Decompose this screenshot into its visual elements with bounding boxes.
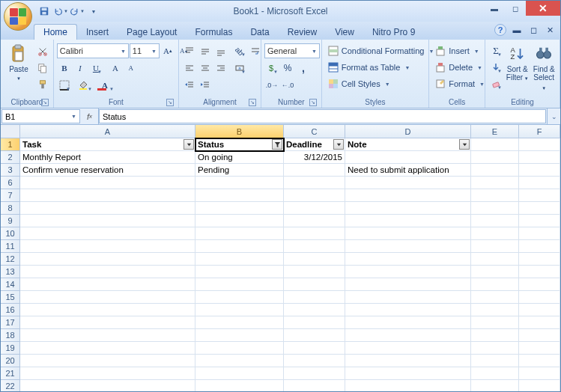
cell-e10[interactable] xyxy=(471,227,519,240)
cell-f1[interactable] xyxy=(519,138,560,151)
cell-b20[interactable] xyxy=(195,355,284,367)
percent-format[interactable]: % xyxy=(280,61,295,76)
cell-d19[interactable] xyxy=(345,342,471,355)
tab-formulas[interactable]: Formulas xyxy=(186,25,241,40)
cell-c17[interactable] xyxy=(284,316,345,329)
cell-c12[interactable] xyxy=(284,253,345,266)
wrap-text-button[interactable] xyxy=(248,43,263,58)
cell-a15[interactable] xyxy=(20,291,195,304)
col-header-e[interactable]: E xyxy=(471,125,519,138)
cell-f7[interactable] xyxy=(519,189,560,202)
decrease-decimal[interactable]: ←.0 xyxy=(280,78,295,93)
cut-button[interactable] xyxy=(35,44,50,59)
cell-a13[interactable] xyxy=(20,266,195,278)
format-as-table[interactable]: Format as Table▼ xyxy=(325,60,413,75)
row-header-19[interactable]: 19 xyxy=(1,342,20,355)
row-header-15[interactable]: 15 xyxy=(1,291,20,304)
cell-e3[interactable] xyxy=(471,164,519,177)
cell-b6[interactable] xyxy=(195,177,284,189)
copy-button[interactable] xyxy=(35,61,50,76)
increase-decimal[interactable]: .0→ xyxy=(264,78,279,93)
row-header-3[interactable]: 3 xyxy=(1,164,20,177)
cell-d2[interactable] xyxy=(345,151,471,164)
cell-c9[interactable] xyxy=(284,215,345,227)
align-bottom[interactable] xyxy=(213,43,228,58)
tab-nitro[interactable]: Nitro Pro 9 xyxy=(363,25,424,40)
cells-area[interactable]: TaskStatusDeadlineNoteMonthly ReportOn g… xyxy=(20,138,560,391)
cell-e1[interactable] xyxy=(471,138,519,151)
format-painter-button[interactable] xyxy=(35,77,50,92)
cell-f18[interactable] xyxy=(519,329,560,342)
cell-d17[interactable] xyxy=(345,316,471,329)
conditional-formatting[interactable]: Conditional Formatting▼ xyxy=(325,43,437,58)
cell-b3[interactable]: Pending xyxy=(195,164,284,177)
decrease-indent[interactable] xyxy=(182,78,197,93)
align-center[interactable] xyxy=(198,61,213,76)
cell-e6[interactable] xyxy=(471,177,519,189)
font-family-combo[interactable]: Calibri▼ xyxy=(57,43,129,58)
row-header-14[interactable]: 14 xyxy=(1,278,20,291)
cell-c21[interactable] xyxy=(284,367,345,380)
cell-a22[interactable] xyxy=(20,380,195,391)
row-header-22[interactable]: 22 xyxy=(1,380,20,391)
cell-a17[interactable] xyxy=(20,316,195,329)
col-header-a[interactable]: A xyxy=(20,125,195,138)
cell-d14[interactable] xyxy=(345,278,471,291)
cell-c2[interactable]: 3/12/2015 xyxy=(284,151,345,164)
qat-save[interactable] xyxy=(37,4,52,19)
font-size-combo[interactable]: 11▼ xyxy=(130,43,160,58)
cell-c18[interactable] xyxy=(284,329,345,342)
name-box[interactable]: B1▼ xyxy=(1,109,80,123)
cell-b22[interactable] xyxy=(195,380,284,391)
cell-b7[interactable] xyxy=(195,189,284,202)
cell-a6[interactable] xyxy=(20,177,195,189)
number-launcher[interactable]: ↘ xyxy=(309,99,317,106)
cell-d13[interactable] xyxy=(345,266,471,278)
cell-e14[interactable] xyxy=(471,278,519,291)
cell-c1[interactable]: Deadline xyxy=(284,138,345,151)
cell-d20[interactable] xyxy=(345,355,471,367)
row-header-21[interactable]: 21 xyxy=(1,367,20,380)
bold-button[interactable]: B xyxy=(57,61,72,76)
cell-b8[interactable] xyxy=(195,202,284,215)
fill-color-button[interactable]: ▼ xyxy=(73,78,94,93)
cell-e17[interactable] xyxy=(471,316,519,329)
cell-c10[interactable] xyxy=(284,227,345,240)
cell-a18[interactable] xyxy=(20,329,195,342)
cell-a3[interactable]: Confirm venue reservation xyxy=(20,164,195,177)
font-launcher[interactable]: ↘ xyxy=(166,99,174,106)
row-header-6[interactable]: 6 xyxy=(1,177,20,189)
cell-f3[interactable] xyxy=(519,164,560,177)
qat-undo[interactable]: ▼ xyxy=(53,4,68,19)
cell-c20[interactable] xyxy=(284,355,345,367)
cell-e11[interactable] xyxy=(471,240,519,253)
row-header-18[interactable]: 18 xyxy=(1,329,20,342)
cell-a9[interactable] xyxy=(20,215,195,227)
row-header-13[interactable]: 13 xyxy=(1,266,20,278)
filter-dropdown-icon[interactable] xyxy=(184,139,194,150)
cell-b13[interactable] xyxy=(195,266,284,278)
cell-d11[interactable] xyxy=(345,240,471,253)
paste-button[interactable]: Paste▼ xyxy=(4,41,34,83)
cell-e13[interactable] xyxy=(471,266,519,278)
cell-c6[interactable] xyxy=(284,177,345,189)
cell-d1[interactable]: Note xyxy=(345,138,471,151)
cell-b16[interactable] xyxy=(195,304,284,316)
cell-a20[interactable] xyxy=(20,355,195,367)
cell-d7[interactable] xyxy=(345,189,471,202)
cell-c15[interactable] xyxy=(284,291,345,304)
cell-d6[interactable] xyxy=(345,177,471,189)
cell-c22[interactable] xyxy=(284,380,345,391)
cell-a16[interactable] xyxy=(20,304,195,316)
cell-f2[interactable] xyxy=(519,151,560,164)
cell-d18[interactable] xyxy=(345,329,471,342)
cell-d8[interactable] xyxy=(345,202,471,215)
cell-a10[interactable] xyxy=(20,227,195,240)
cell-b11[interactable] xyxy=(195,240,284,253)
col-header-b[interactable]: B xyxy=(195,125,284,138)
col-header-c[interactable]: C xyxy=(284,125,345,138)
cell-a12[interactable] xyxy=(20,253,195,266)
format-cells[interactable]: Format▼ xyxy=(432,76,488,91)
italic-button[interactable]: I xyxy=(73,61,88,76)
increase-font-a[interactable]: A xyxy=(108,61,123,76)
